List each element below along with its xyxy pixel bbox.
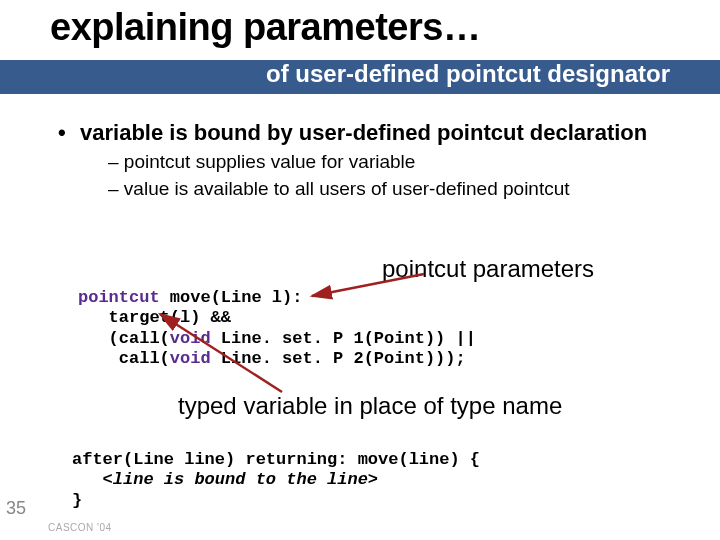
bullet-level2-group: – pointcut supplies value for variable –… xyxy=(108,150,570,203)
keyword-pointcut: pointcut xyxy=(78,288,160,307)
sub-bullet-2: – value is available to all users of use… xyxy=(108,177,570,202)
slide: explaining parameters… of user-defined p… xyxy=(0,0,720,540)
code1-l2: target(l) && xyxy=(78,308,231,327)
sub-bullet-1: – pointcut supplies value for variable xyxy=(108,150,570,175)
code1-l4a: call( xyxy=(78,349,170,368)
bullet-dot: • xyxy=(58,120,80,146)
slide-number: 35 xyxy=(6,498,26,519)
footer-text: CASCON '04 xyxy=(48,522,112,533)
code-block-1: pointcut move(Line l): target(l) && (cal… xyxy=(78,288,476,370)
slide-subtitle: of user-defined pointcut designator xyxy=(266,60,670,88)
slide-title: explaining parameters… xyxy=(50,6,480,49)
code1-l3a: (call( xyxy=(78,329,170,348)
annotation-typed-variable: typed variable in place of type name xyxy=(178,392,562,420)
code1-l1b: move(Line l): xyxy=(160,288,303,307)
code1-l3b: Line. set. P 1(Point)) || xyxy=(211,329,476,348)
bullet-text: variable is bound by user-defined pointc… xyxy=(80,120,647,145)
code2-l3: } xyxy=(72,491,82,510)
code-block-2: after(Line line) returning: move(line) {… xyxy=(72,450,480,511)
annotation-pointcut-params: pointcut parameters xyxy=(382,255,594,283)
code2-l2: <line is bound to the line> xyxy=(72,470,378,489)
code1-l4b: Line. set. P 2(Point))); xyxy=(211,349,466,368)
keyword-void-2: void xyxy=(170,349,211,368)
code2-l1: after(Line line) returning: move(line) { xyxy=(72,450,480,469)
keyword-void-1: void xyxy=(170,329,211,348)
bullet-level1: •variable is bound by user-defined point… xyxy=(58,120,647,146)
